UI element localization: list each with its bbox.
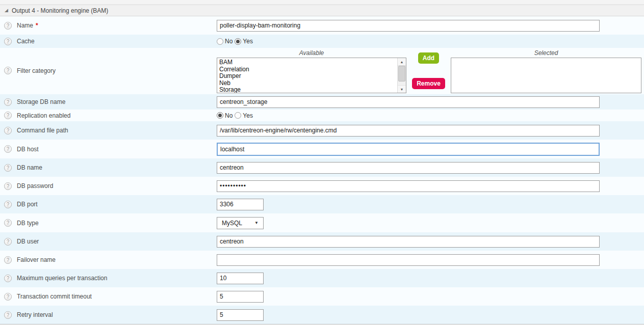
replication-radio-group: No Yes <box>217 112 255 119</box>
max-queries-input[interactable] <box>217 273 264 284</box>
form-row-db-user: ? DB user <box>0 232 644 251</box>
storage-db-name-input[interactable] <box>217 96 600 108</box>
collapse-icon: ◢ <box>5 8 8 13</box>
form-row-transaction-commit-timeout: ? Transaction commit timeout <box>0 287 644 306</box>
filter-category-duallist: Available BAM Correlation Dumper Neb Sto… <box>217 49 641 93</box>
field-label-filter-category: Filter category <box>17 67 56 74</box>
section-title: Output 4 - Monitoring engine (BAM) <box>12 7 108 14</box>
add-button[interactable]: Add <box>418 52 439 64</box>
required-asterisk: * <box>36 22 38 29</box>
remove-button[interactable]: Remove <box>412 78 445 89</box>
selected-column-label: Selected <box>451 49 641 57</box>
form-row-max-queries: ? Maximum queries per transaction <box>0 269 644 287</box>
replication-no-label: No <box>225 112 233 119</box>
dropdown-arrow-icon: ▼ <box>254 221 259 225</box>
field-label-db-type: DB type <box>17 220 39 227</box>
cache-yes-radio[interactable] <box>235 38 241 45</box>
failover-name-input[interactable] <box>217 254 600 266</box>
field-label-transaction-commit-timeout: Transaction commit timeout <box>17 293 92 300</box>
field-label-db-host: DB host <box>17 146 39 153</box>
field-label-failover-name: Failover name <box>17 256 56 263</box>
name-input[interactable] <box>217 20 600 32</box>
available-column-label: Available <box>217 49 406 57</box>
help-icon[interactable]: ? <box>4 275 12 282</box>
form-row-failover-name: ? Failover name <box>0 251 644 269</box>
field-label-name: Name <box>17 22 33 29</box>
help-icon[interactable]: ? <box>4 112 12 119</box>
command-file-path-input[interactable] <box>217 125 600 137</box>
scroll-up-icon[interactable]: ▲ <box>398 58 406 66</box>
output-config-form: ? Name * ? Cache No Yes ? Filter categor… <box>0 16 644 324</box>
help-icon[interactable]: ? <box>4 293 12 301</box>
form-row-replication-enabled: ? Replication enabled No Yes <box>0 110 644 121</box>
help-icon[interactable]: ? <box>4 201 12 208</box>
help-icon[interactable]: ? <box>4 256 12 264</box>
field-label-replication-enabled: Replication enabled <box>17 112 70 119</box>
list-item[interactable]: BAM <box>219 59 406 66</box>
form-row-cache: ? Cache No Yes <box>0 35 644 48</box>
form-row-name: ? Name * <box>0 16 644 35</box>
help-icon[interactable]: ? <box>4 98 12 106</box>
field-label-db-port: DB port <box>17 201 38 208</box>
db-port-input[interactable] <box>217 199 264 210</box>
replication-yes-radio[interactable] <box>235 112 241 119</box>
list-item[interactable]: Dumper <box>219 73 406 80</box>
form-row-command-file-path: ? Command file path <box>0 121 644 140</box>
scrollbar-thumb[interactable] <box>398 66 405 82</box>
help-icon[interactable]: ? <box>4 22 12 30</box>
field-label-command-file-path: Command file path <box>17 127 68 134</box>
form-row-db-port: ? DB port <box>0 195 644 213</box>
list-item[interactable]: Neb <box>219 80 406 87</box>
form-row-retry-interval: ? Retry interval <box>0 306 644 324</box>
field-label-retry-interval: Retry interval <box>17 311 53 318</box>
list-item[interactable]: Correlation <box>219 66 406 73</box>
db-user-input[interactable] <box>217 236 600 248</box>
list-item[interactable]: Storage <box>219 87 406 93</box>
cache-no-label: No <box>225 38 233 45</box>
transaction-commit-timeout-input[interactable] <box>217 291 264 303</box>
field-label-max-queries: Maximum queries per transaction <box>17 275 107 282</box>
field-label-cache: Cache <box>17 38 35 45</box>
field-label-storage-db-name: Storage DB name <box>17 98 65 105</box>
help-icon[interactable]: ? <box>4 127 12 134</box>
cache-no-radio[interactable] <box>217 38 223 45</box>
help-icon[interactable]: ? <box>4 38 12 45</box>
cache-yes-label: Yes <box>243 38 253 45</box>
form-row-filter-category: ? Filter category Available BAM Correlat… <box>0 48 644 94</box>
top-toolbar-strip <box>0 0 644 5</box>
db-type-select[interactable]: MySQL ▼ <box>217 217 264 229</box>
available-listbox[interactable]: BAM Correlation Dumper Neb Storage ▲ ▼ <box>217 58 406 93</box>
field-label-db-name: DB name <box>17 164 42 171</box>
help-icon[interactable]: ? <box>4 182 12 190</box>
form-row-db-name: ? DB name <box>0 158 644 177</box>
scroll-down-icon[interactable]: ▼ <box>398 85 406 93</box>
db-password-input[interactable] <box>217 180 600 192</box>
db-host-input[interactable] <box>217 143 600 156</box>
listbox-scrollbar[interactable]: ▲ ▼ <box>397 58 406 93</box>
help-icon[interactable]: ? <box>4 311 12 319</box>
help-icon[interactable]: ? <box>4 67 12 74</box>
replication-yes-label: Yes <box>243 112 253 119</box>
field-label-db-user: DB user <box>17 238 39 245</box>
replication-no-radio[interactable] <box>217 112 223 119</box>
selected-listbox[interactable] <box>451 58 641 93</box>
retry-interval-input[interactable] <box>217 309 264 321</box>
form-row-db-host: ? DB host <box>0 140 644 158</box>
db-type-selected-value: MySQL <box>222 220 242 227</box>
db-name-input[interactable] <box>217 162 600 174</box>
help-icon[interactable]: ? <box>4 219 12 227</box>
help-icon[interactable]: ? <box>4 164 12 172</box>
form-row-db-type: ? DB type MySQL ▼ <box>0 213 644 232</box>
cache-radio-group: No Yes <box>217 38 255 45</box>
form-row-storage-db-name: ? Storage DB name <box>0 94 644 110</box>
help-icon[interactable]: ? <box>4 238 12 246</box>
form-row-db-password: ? DB password <box>0 177 644 195</box>
field-label-db-password: DB password <box>17 182 53 189</box>
help-icon[interactable]: ? <box>4 145 12 153</box>
section-header-output4[interactable]: ◢ Output 4 - Monitoring engine (BAM) <box>0 5 644 16</box>
